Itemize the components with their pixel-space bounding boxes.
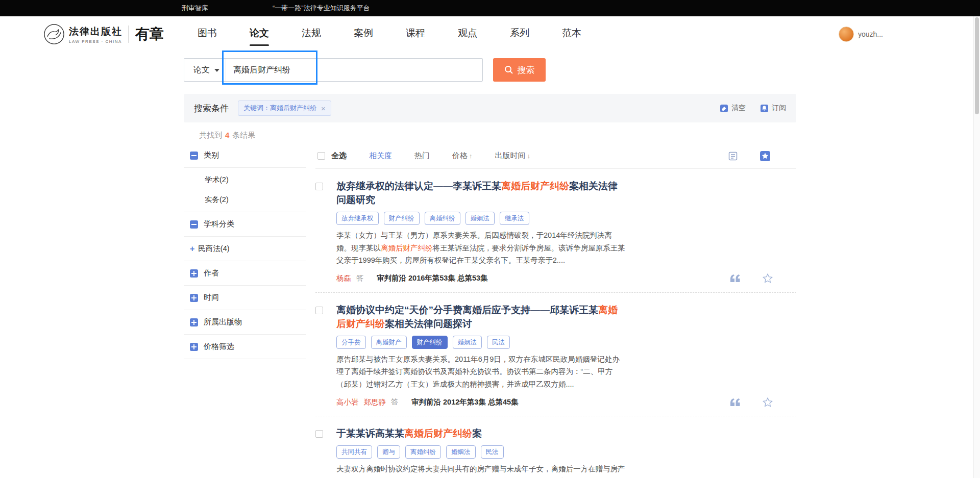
document-notes-icon[interactable] bbox=[728, 151, 738, 161]
result-source[interactable]: 审判前沿 2012年第3集 总第45集 bbox=[411, 397, 519, 407]
search-conditions-bar: 搜索条件 关键词：离婚后财产纠纷 × 清空 bbox=[184, 94, 796, 122]
result-checkbox[interactable] bbox=[315, 307, 323, 314]
logo-divider bbox=[129, 26, 129, 43]
filter-section-label: 所属出版物 bbox=[204, 317, 242, 327]
subscribe-label: 订阅 bbox=[772, 104, 786, 113]
sort-option-3[interactable]: 价格↑ bbox=[452, 151, 473, 161]
search-icon bbox=[504, 65, 513, 74]
expand-plus-icon[interactable]: + bbox=[190, 245, 194, 253]
quote-icon[interactable] bbox=[730, 398, 740, 406]
expand-plus-icon[interactable] bbox=[190, 318, 198, 326]
result-tag[interactable]: 放弃继承权 bbox=[336, 212, 379, 225]
result-title-link[interactable]: 离婚协议中约定“天价”分手费离婚后应予支持——邱某诉王某离婚后财产纠纷案相关法律… bbox=[336, 303, 625, 331]
filter-section-header[interactable]: 价格筛选 bbox=[184, 335, 306, 359]
filter-item[interactable]: 实务(2) bbox=[184, 190, 306, 210]
result-title-link[interactable]: 放弃继承权的法律认定——李某诉王某离婚后财产纠纷案相关法律问题研究 bbox=[336, 179, 625, 207]
nav-tab-3[interactable]: 法规 bbox=[301, 20, 322, 48]
result-tag[interactable]: 分手费 bbox=[336, 336, 366, 349]
collapse-minus-icon[interactable] bbox=[190, 220, 198, 229]
favorites-icon[interactable] bbox=[760, 150, 771, 162]
result-authors: 杨磊 bbox=[336, 273, 356, 283]
filter-section-header[interactable]: 所属出版物 bbox=[184, 310, 306, 335]
author-link[interactable]: 杨磊 bbox=[336, 274, 351, 282]
summary-prefix: 共找到 bbox=[199, 131, 222, 139]
filter-section-label: 类别 bbox=[204, 150, 219, 160]
keyword-tag-text: 关键词：离婚后财产纠纷 bbox=[243, 104, 316, 113]
user-avatar[interactable] bbox=[839, 27, 854, 42]
result-tag[interactable]: 民法 bbox=[481, 445, 504, 459]
author-link[interactable]: 郑思静 bbox=[364, 398, 386, 406]
result-meta: 高小岩郑思静 答 审判前沿 2012年第3集 总第45集 bbox=[336, 396, 796, 408]
filter-section-header[interactable]: 类别 bbox=[184, 143, 306, 168]
result-tag[interactable]: 共同共有 bbox=[336, 445, 372, 459]
summary-suffix: 条结果 bbox=[232, 131, 255, 139]
result-tag[interactable]: 继承法 bbox=[500, 212, 529, 225]
sort-option-1[interactable]: 相关度 bbox=[369, 151, 392, 161]
topbar-link-belt-and-road[interactable]: “一带一路”法律专业知识服务平台 bbox=[273, 4, 370, 13]
keyword-filter-tag[interactable]: 关键词：离婚后财产纠纷 × bbox=[238, 100, 331, 116]
nav-tab-7[interactable]: 系列 bbox=[509, 20, 530, 48]
nav-tab-1[interactable]: 图书 bbox=[197, 20, 218, 48]
nav-tab-8[interactable]: 范本 bbox=[561, 20, 582, 48]
author-role: 答 bbox=[391, 397, 398, 407]
result-tag[interactable]: 财产纠纷 bbox=[412, 336, 448, 349]
select-all-checkbox[interactable] bbox=[317, 152, 325, 160]
filter-item[interactable]: 学术(2) bbox=[184, 170, 306, 190]
result-tag[interactable]: 离婚纠纷 bbox=[425, 212, 460, 225]
result-meta: 杨磊 答 审判前沿 2016年第53集 总第53集 bbox=[336, 273, 796, 284]
filter-section-header[interactable]: 时间 bbox=[184, 286, 306, 310]
result-tag[interactable]: 婚姻法 bbox=[465, 212, 495, 225]
result-checkbox[interactable] bbox=[315, 430, 323, 438]
filter-section-label: 价格筛选 bbox=[204, 342, 234, 351]
result-tag[interactable]: 离婚纠纷 bbox=[405, 445, 441, 459]
nav-tab-5[interactable]: 课程 bbox=[405, 20, 426, 48]
sort-option-2[interactable]: 热门 bbox=[414, 151, 430, 161]
expand-plus-icon[interactable] bbox=[190, 343, 198, 351]
nav-tab-2[interactable]: 论文 bbox=[249, 20, 270, 48]
results-summary: 共找到4条结果 bbox=[199, 131, 796, 140]
result-tags: 分手费离婚财产财产纠纷婚姻法民法 bbox=[336, 336, 625, 349]
filter-section-header[interactable]: 学科分类 bbox=[184, 212, 306, 237]
result-checkbox[interactable] bbox=[315, 183, 323, 190]
results-toolbar: 全选 相关度热门价格↑出版时间↓ bbox=[315, 143, 796, 169]
result-tag[interactable]: 民法 bbox=[487, 336, 510, 349]
filter-item[interactable]: +民商法(4) bbox=[184, 239, 306, 259]
nav-tab-4[interactable]: 案例 bbox=[353, 20, 374, 48]
result-title-link[interactable]: 于某某诉高某某离婚后财产纠纷案 bbox=[336, 426, 625, 440]
header-user[interactable]: youzh... bbox=[839, 27, 883, 42]
collect-star-icon[interactable] bbox=[763, 273, 773, 283]
result-item: 于某某诉高某某离婚后财产纠纷案 共同共有赠与离婚纠纷婚姻法民法 夫妻双方离婚时协… bbox=[315, 416, 796, 478]
result-tag[interactable]: 财产纠纷 bbox=[384, 212, 420, 225]
remove-tag-icon[interactable]: × bbox=[321, 105, 326, 112]
select-all-label[interactable]: 全选 bbox=[331, 151, 347, 161]
sort-options: 相关度热门价格↑出版时间↓ bbox=[347, 151, 530, 161]
subscribe-button[interactable]: 订阅 bbox=[760, 104, 786, 113]
result-snippet: 夫妻双方离婚时协议约定将夫妻共同共有的房产赠与未成年子女，离婚后一方在赠与房产权… bbox=[336, 463, 625, 478]
result-tag[interactable]: 婚姻法 bbox=[446, 445, 476, 459]
sort-option-4[interactable]: 出版时间↓ bbox=[495, 151, 531, 161]
collapse-minus-icon[interactable] bbox=[190, 152, 198, 160]
scrollbar-track[interactable] bbox=[973, 16, 980, 478]
user-name: youzh... bbox=[858, 30, 883, 38]
logo[interactable]: 法律出版社 LAW PRESS · CHINA 有章 bbox=[43, 23, 164, 45]
result-tag[interactable]: 婚姻法 bbox=[453, 336, 482, 349]
search-input[interactable] bbox=[226, 59, 482, 81]
result-source[interactable]: 审判前沿 2016年第53集 总第53集 bbox=[377, 273, 488, 283]
scrollbar-thumb[interactable] bbox=[975, 17, 979, 114]
clear-button[interactable]: 清空 bbox=[720, 104, 746, 113]
result-tags: 放弃继承权财产纠纷离婚纠纷婚姻法继承法 bbox=[336, 212, 625, 225]
main-nav: 图书论文法规案例课程观点系列范本 bbox=[197, 20, 582, 48]
search-button-label: 搜索 bbox=[518, 64, 535, 76]
expand-plus-icon[interactable] bbox=[190, 294, 198, 302]
author-link[interactable]: 高小岩 bbox=[336, 398, 359, 406]
nav-tab-6[interactable]: 观点 bbox=[457, 20, 478, 48]
search-button[interactable]: 搜索 bbox=[493, 58, 546, 82]
collect-star-icon[interactable] bbox=[763, 397, 773, 407]
quote-icon[interactable] bbox=[730, 274, 740, 282]
topbar-link-xingshen-zhiku[interactable]: 刑审智库 bbox=[182, 4, 208, 13]
result-tag[interactable]: 赠与 bbox=[377, 445, 400, 459]
filter-section-header[interactable]: 作者 bbox=[184, 261, 306, 286]
search-category-select[interactable]: 论文 bbox=[184, 59, 226, 81]
result-tag[interactable]: 离婚财产 bbox=[371, 336, 407, 349]
expand-plus-icon[interactable] bbox=[190, 269, 198, 278]
